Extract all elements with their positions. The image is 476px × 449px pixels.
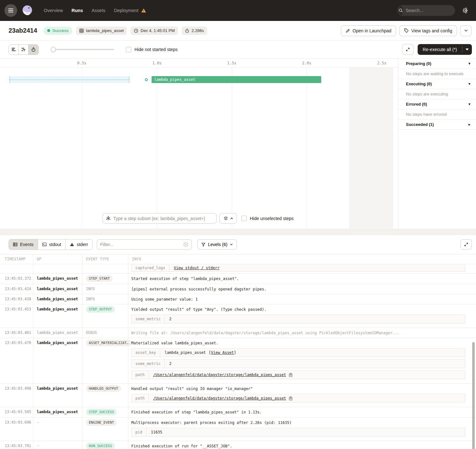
- sidebar-section-message: No steps have errored: [398, 109, 476, 120]
- timestamp-cell: 13:45:03.461: [0, 328, 33, 338]
- hide-unselected-row: Hide unselected steps: [241, 213, 297, 224]
- tab-events[interactable]: Events: [9, 239, 38, 250]
- event-type-cell: HANDLED_OUTPUT: [82, 384, 128, 407]
- timestamp-cell: 13:45:03.505: [0, 407, 33, 417]
- axis-gridline: [307, 68, 307, 229]
- axis-tick: 2.5s: [377, 61, 387, 65]
- event-type-cell: [82, 264, 128, 274]
- events-table-header: TIMESTAMP OP EVENT TYPE INFO: [0, 254, 476, 264]
- event-type-cell: STEP_START: [82, 274, 128, 284]
- metadata-entry: path/Users/alangenfeld/data/dagster/stor…: [131, 394, 465, 403]
- metadata-value-link[interactable]: /Users/alangenfeld/data/dagster/storage/…: [153, 373, 286, 377]
- sidebar-section-preparing[interactable]: Preparing (0)▾: [398, 59, 476, 69]
- metadata-value-link[interactable]: View stdout / stderr: [174, 266, 220, 270]
- event-row: captured_logsView stdout / stderr: [0, 264, 476, 274]
- timestamp-cell: 13:45:03.424: [0, 284, 33, 294]
- metadata-value-text: 2: [169, 317, 171, 321]
- event-type-badge: ENGINE_EVENT: [86, 419, 117, 426]
- status-badge: Success: [43, 27, 72, 35]
- op-cell: lambda_pipes_asset: [33, 328, 82, 338]
- waterfall-view-icon[interactable]: [19, 45, 29, 55]
- search-box[interactable]: /: [397, 5, 455, 16]
- axis-gridline: [382, 68, 382, 229]
- timestamp-cell: 13:45:02.372: [0, 274, 33, 284]
- nav-item-runs[interactable]: Runs: [71, 8, 83, 13]
- events-table: TIMESTAMP OP EVENT TYPE INFO captured_lo…: [0, 254, 476, 449]
- op-cell: lambda_pipes_asset: [33, 338, 82, 383]
- gear-icon[interactable]: [462, 7, 468, 14]
- levels-label: Levels (6): [208, 242, 227, 247]
- zoom-slider-handle[interactable]: [51, 47, 56, 52]
- filter-input[interactable]: [100, 242, 183, 247]
- reexecute-caret-button[interactable]: [462, 44, 472, 55]
- metadata-value: 11635: [147, 428, 167, 436]
- gantt-chart: lambda_pipes_asset Hide unselected steps: [0, 68, 398, 229]
- menu-icon[interactable]: [4, 4, 17, 17]
- nav-item-deployment[interactable]: Deployment: [114, 8, 146, 13]
- gantt-step-bar[interactable]: lambda_pipes_asset: [152, 76, 321, 83]
- view-tags-config-button[interactable]: View tags and config: [399, 25, 457, 36]
- op-cell: lambda_pipes_asset: [33, 304, 82, 328]
- step-pending-range: [10, 76, 129, 83]
- caret-right-icon: ▸: [468, 122, 470, 127]
- metadata-value-text: 2: [169, 361, 171, 366]
- sidebar-section-title: Executing (0): [406, 81, 432, 86]
- after-run-region: [349, 68, 393, 229]
- copy-icon[interactable]: [289, 396, 292, 400]
- events-scrollbar[interactable]: [472, 342, 475, 449]
- info-cell: Materialized value lambda_pipes_asset.as…: [128, 338, 476, 383]
- col-timestamp: TIMESTAMP: [0, 254, 33, 264]
- filter-clear-icon[interactable]: [183, 242, 188, 247]
- metadata-bracket: [View Asset]: [209, 350, 236, 355]
- flat-view-icon[interactable]: [9, 45, 19, 55]
- search-input[interactable]: [403, 8, 466, 13]
- hide-unselected-checkbox[interactable]: [241, 216, 247, 221]
- timer-icon: [185, 29, 189, 33]
- copy-icon[interactable]: [289, 373, 292, 377]
- tab-stderr[interactable]: stderr: [66, 239, 92, 250]
- terminal-icon: [42, 243, 47, 246]
- step-subset-input[interactable]: [113, 216, 213, 221]
- metadata-value-link[interactable]: /Users/alangenfeld/data/dagster/storage/…: [153, 396, 286, 400]
- caret-down-icon: ▾: [468, 102, 470, 106]
- levels-dropdown[interactable]: Levels (6): [197, 239, 237, 250]
- datetime-label: Dec 4, 1:45:01 PM: [140, 28, 175, 33]
- event-row: 13:45:02.372lambda_pipes_assetSTEP_START…: [0, 274, 476, 284]
- metadata-value: lambda_pipes_asset[View Asset]: [160, 348, 241, 357]
- event-type-badge: STEP_SUCCESS: [86, 409, 117, 415]
- events-toolbar: Events stdout stderr: [0, 235, 476, 254]
- view-asset-link[interactable]: View Asset: [211, 350, 234, 355]
- open-launchpad-button[interactable]: Open in Launchpad: [341, 25, 396, 36]
- event-row: 13:45:03.701-RUN_SUCCESSFinished executi…: [0, 441, 476, 449]
- zoom-slider-track: [51, 49, 114, 50]
- col-info: INFO: [128, 254, 476, 264]
- reexecute-all-button[interactable]: Re-execute all (*): [418, 44, 462, 55]
- zoom-slider[interactable]: [51, 47, 114, 52]
- dagster-logo[interactable]: [20, 3, 34, 17]
- hide-not-started-checkbox[interactable]: [126, 47, 131, 52]
- run-header-more-button[interactable]: [460, 25, 472, 36]
- timestamp-cell: 13:45:03.696: [0, 418, 33, 441]
- gantt-expand-button[interactable]: [402, 44, 414, 55]
- metadata-value: /Users/alangenfeld/data/dagster/storage/…: [149, 371, 297, 379]
- tab-stdout[interactable]: stdout: [38, 239, 66, 250]
- panel-resize-divider[interactable]: [0, 229, 476, 235]
- events-expand-button[interactable]: [460, 239, 472, 250]
- metadata-value: 2: [165, 315, 176, 323]
- nav-item-assets[interactable]: Assets: [92, 8, 106, 13]
- event-type-badge: STEP_START: [86, 275, 113, 282]
- status-dot-icon: [47, 29, 50, 32]
- metadata-key: asset_key: [132, 348, 160, 357]
- metadata-key: some_metric: [132, 360, 165, 368]
- sidebar-section-succeeded[interactable]: Succeeded (1)▸: [398, 120, 476, 130]
- job-tag[interactable]: lambda_pipes_asset: [76, 27, 127, 35]
- sidebar-section-executing[interactable]: Executing (0)▾: [398, 79, 476, 89]
- sidebar-section-errored[interactable]: Errored (0)▾: [398, 99, 476, 109]
- metadata-entry: pid11635: [131, 428, 465, 437]
- graph-query-toggle-button[interactable]: [219, 213, 237, 224]
- log-tabs: Events stdout stderr: [9, 239, 93, 250]
- stopwatch-view-icon[interactable]: [29, 45, 38, 55]
- col-event-type: EVENT TYPE: [82, 254, 128, 264]
- nav-item-overview[interactable]: Overview: [44, 8, 63, 13]
- info-cell: Finished execution of run for "__ASSET_J…: [128, 441, 476, 449]
